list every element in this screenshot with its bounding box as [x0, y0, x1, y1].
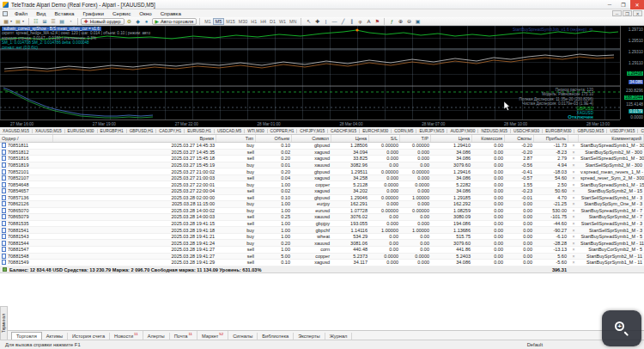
chart-tab-usdcad-m5[interactable]: USDCAD,M5: [215, 129, 245, 133]
column-header-8[interactable]: Цена: [431, 135, 472, 142]
chart-tab-xauusd-m15[interactable]: XAUUSD,M15: [33, 129, 65, 133]
tile-windows-icon[interactable]: ▣: [413, 18, 422, 25]
terminal-tab-1[interactable]: Активы: [42, 333, 68, 340]
trade-table-header[interactable]: Ордер /ВремяТипОбъемСимволЦенаS/LT/PЦена…: [0, 135, 644, 143]
column-header-6[interactable]: S/L: [369, 135, 400, 142]
table-row[interactable]: 708650702025.03.28 14:00:02buy1.00eurusd…: [0, 208, 644, 215]
status-profile[interactable]: Default: [527, 342, 543, 347]
column-header-11[interactable]: Прибыль: [534, 135, 568, 142]
close-position-button[interactable]: ×: [568, 195, 579, 200]
crosshair-icon[interactable]: ✚: [313, 18, 321, 25]
terminal-panel-tab[interactable]: Терминал: [0, 306, 8, 340]
child-minimize-button[interactable]: ─: [612, 10, 622, 16]
new-order-button[interactable]: ✚ Новый ордер: [81, 18, 125, 25]
chart-tab-eurgbp-m30[interactable]: EURGBP,M30: [543, 129, 574, 133]
price-scale[interactable]: 1.297101.295101.293101.291101.2941634.08…: [620, 26, 644, 119]
table-row[interactable]: 708815412025.03.28 19:41:18buy1.00gbpchf…: [0, 227, 644, 234]
timeframe-d1[interactable]: D1: [268, 19, 277, 24]
navigator-icon[interactable]: ☰: [49, 18, 58, 25]
profiles-icon-caret[interactable]: ▾: [22, 19, 26, 23]
close-position-button[interactable]: ×: [568, 247, 579, 252]
chart-window[interactable]: subwin_correct_spShow - B/S mean_volum_c…: [0, 26, 644, 127]
strategy-tester-icon[interactable]: ◔: [66, 18, 75, 25]
close-position-button[interactable]: ×: [568, 169, 579, 174]
table-row[interactable]: 708521012025.03.27 21:00:02buy0.20gbpusd…: [0, 168, 644, 175]
zoom-in-icon[interactable]: ⊕: [396, 18, 404, 25]
menu-item-0[interactable]: Файл: [10, 10, 32, 16]
channel-icon[interactable]: ∥: [347, 18, 355, 25]
chart-tab-eurjpy-m15[interactable]: EURJPY,M15: [416, 129, 447, 133]
terminal-tab-3[interactable]: Новости11: [110, 331, 143, 340]
table-row[interactable]: 708815482025.03.28 19:41:27sell5.00coppe…: [0, 254, 644, 260]
chart-tab-gbpusd-m15[interactable]: GBPUSD,M15: [574, 129, 607, 133]
table-row[interactable]: 708518162025.03.27 15:45:18sell0.20xagus…: [0, 156, 644, 162]
chart-tab-wti-m30[interactable]: WTI,M30: [245, 129, 267, 133]
chart-tab-xagusd-m15[interactable]: XAGUSD,M15: [0, 129, 33, 133]
close-button[interactable]: ✕: [630, 0, 644, 9]
table-row[interactable]: 708815442025.03.28 19:41:24buy0.20xauusd…: [0, 240, 644, 247]
terminal-tab-0[interactable]: Торговля: [11, 332, 42, 340]
close-position-button[interactable]: ×: [568, 150, 579, 155]
market-watch-icon[interactable]: ☷: [32, 18, 40, 25]
close-position-button[interactable]: ×: [568, 201, 579, 206]
chart-tab-usdjpy-m15[interactable]: USDJPY,M15: [607, 129, 638, 133]
timeframe-m30[interactable]: M30: [237, 19, 250, 24]
close-position-button[interactable]: ×: [568, 175, 579, 181]
column-header-3[interactable]: Объем: [256, 135, 292, 142]
table-row[interactable]: 708546482025.03.27 22:00:01buy1.00copper…: [0, 181, 644, 188]
autotrading-button[interactable]: ▶ Авто-торговля: [152, 18, 197, 25]
menu-item-5[interactable]: Окно: [135, 10, 155, 16]
terminal-tab-2[interactable]: История счета: [68, 333, 110, 340]
chart-tab-copper-h4[interactable]: COPPER,H4: [638, 129, 644, 133]
column-header-13[interactable]: Комментарий: [579, 135, 644, 142]
magnifier-overlay[interactable]: +: [602, 310, 641, 346]
chart-tab-cadjpy-h1[interactable]: CADJPY,H1: [156, 129, 185, 133]
timeframe-m15[interactable]: M15: [224, 19, 237, 24]
column-header-0[interactable]: Ордер /: [0, 135, 53, 142]
chart-tab-chfjpy-m15[interactable]: CHFJPY,M15: [297, 129, 328, 133]
table-row[interactable]: 708815472025.03.28 19:41:27sell1.00corn4…: [0, 247, 644, 254]
zoom-out-icon[interactable]: ⊖: [404, 18, 413, 25]
table-row[interactable]: 708650792025.03.28 14:00:03sell0.25xauus…: [0, 214, 644, 221]
chart-tab-gbpusd-h1[interactable]: GBPUSD,H1: [127, 129, 157, 133]
menu-item-3[interactable]: Графики: [78, 10, 108, 16]
menu-item-4[interactable]: Сервис: [108, 10, 135, 16]
horizontal-line-icon[interactable]: —: [330, 18, 338, 25]
terminal-tab-5[interactable]: Почта11: [170, 331, 197, 340]
chart-tab-usdchf-m30[interactable]: USDCHF,M30: [511, 129, 543, 133]
close-position-button[interactable]: ×: [568, 234, 579, 239]
column-header-5[interactable]: Цена: [331, 135, 369, 142]
timeframe-h1[interactable]: H1: [249, 19, 258, 24]
table-row[interactable]: 708571362025.03.28 02:00:00sell0.10gbpus…: [0, 195, 644, 202]
table-row[interactable]: 708815432025.03.28 19:41:21buy1.00wheat5…: [0, 234, 644, 241]
column-header-12[interactable]: [568, 135, 579, 142]
table-row[interactable]: 708621262025.03.28 11:15:00buy1.00eurjpy…: [0, 201, 644, 208]
chart-tab-cadchf-m15[interactable]: CADCHF,M15: [328, 129, 360, 133]
terminal-tab-10[interactable]: Журнал: [325, 333, 353, 340]
close-position-button[interactable]: ×: [568, 254, 579, 259]
terminal-tab-9[interactable]: Эксперты: [294, 333, 325, 340]
table-row[interactable]: 708518122025.03.27 14:45:35sell0.02xagus…: [0, 150, 644, 156]
column-header-7[interactable]: T/P: [400, 135, 431, 142]
column-header-10[interactable]: Свопы: [505, 135, 534, 142]
chart-tab-eurgbp-h1[interactable]: EURGBP,H1: [98, 129, 127, 133]
close-position-button[interactable]: ×: [568, 221, 579, 226]
data-window-icon[interactable]: ⊞: [40, 18, 49, 25]
chart-tab-nzdusd-m15[interactable]: NZDUSD,M15: [478, 129, 511, 133]
child-maximize-button[interactable]: ❐: [623, 10, 632, 16]
market-icon[interactable]: ◆: [134, 18, 143, 25]
close-position-button[interactable]: ×: [568, 241, 579, 246]
menu-item-2[interactable]: Вставка: [50, 10, 78, 16]
cursor-icon[interactable]: ↖: [304, 18, 313, 25]
timeframe-mn[interactable]: MN: [288, 19, 298, 24]
maximize-button[interactable]: ❐: [617, 0, 630, 9]
terminal-tab-4[interactable]: Алерты: [143, 333, 170, 340]
column-header-4[interactable]: Символ: [292, 135, 331, 142]
menu-item-6[interactable]: Справка: [156, 10, 185, 16]
timeframe-w1[interactable]: W1: [277, 19, 288, 24]
table-row[interactable]: 708815492025.03.28 19:41:29sell0.10xagus…: [0, 260, 644, 266]
chart-tab-eurusd-m30[interactable]: EURUSD,M30: [65, 129, 98, 133]
close-position-button[interactable]: ×: [568, 162, 579, 168]
table-row[interactable]: 708518112025.03.27 14:45:33buy0.10gbpusd…: [0, 143, 644, 150]
terminal-tab-7[interactable]: Сигналы: [228, 333, 258, 340]
